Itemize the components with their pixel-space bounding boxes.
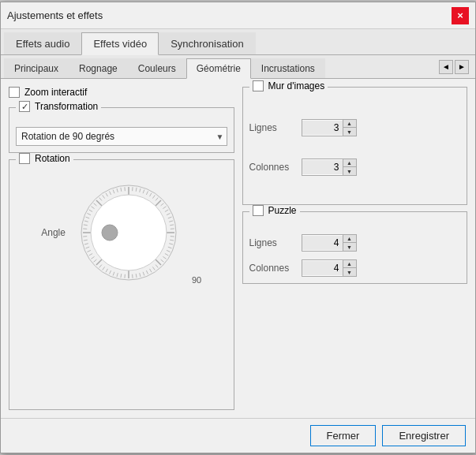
- svg-line-47: [91, 256, 94, 259]
- svg-line-58: [85, 217, 89, 218]
- puzzle-colonnes-value: 4: [302, 261, 343, 275]
- puzzle-colonnes-up-button[interactable]: ▲: [343, 260, 356, 268]
- wall-colonnes-label: Colonnes: [249, 162, 297, 173]
- puzzle-lignes-spinbox-buttons: ▲ ▼: [343, 235, 356, 251]
- puzzle-group-label: Puzzle: [249, 205, 300, 216]
- wall-checkbox[interactable]: [253, 80, 264, 91]
- puzzle-lignes-spinbox: 4 ▲ ▼: [302, 234, 357, 252]
- wall-colonnes-down-button[interactable]: ▼: [343, 167, 356, 175]
- tabs-row1: Effets audio Effets vidéo Synchronisatio…: [1, 29, 475, 55]
- svg-line-59: [87, 213, 91, 214]
- svg-line-11: [163, 207, 166, 209]
- zoom-checkbox-box[interactable]: [9, 87, 20, 98]
- title-bar: Ajustements et effets ×: [1, 2, 475, 29]
- tab-principaux[interactable]: Principaux: [4, 58, 69, 78]
- footer: Fermer Enregistrer: [1, 418, 475, 453]
- svg-line-13: [167, 213, 171, 214]
- svg-line-40: [113, 272, 114, 276]
- tab-couleurs[interactable]: Couleurs: [128, 58, 186, 78]
- svg-line-15: [169, 221, 173, 222]
- svg-line-68: [113, 189, 114, 193]
- wall-lignes-down-button[interactable]: ▼: [343, 128, 356, 136]
- dial-row: Angle: [41, 177, 201, 288]
- svg-line-60: [89, 210, 92, 212]
- window-title: Ajustements et effets: [7, 9, 103, 21]
- svg-line-21: [169, 244, 173, 244]
- rotation-checkbox[interactable]: [19, 153, 30, 164]
- tab-sync[interactable]: Synchronisation: [159, 32, 256, 54]
- dial-svg: [73, 177, 184, 288]
- wall-colonnes-row: Colonnes 3 ▲ ▼: [249, 159, 461, 176]
- right-panel: Mur d'images Lignes 3 ▲ ▼: [234, 87, 468, 410]
- svg-line-61: [91, 207, 94, 209]
- tab-next-button[interactable]: ►: [455, 60, 469, 74]
- svg-line-20: [170, 240, 174, 241]
- rotation-dial[interactable]: [73, 177, 184, 288]
- svg-line-24: [165, 254, 168, 256]
- wall-lignes-up-button[interactable]: ▲: [343, 120, 356, 128]
- svg-line-12: [165, 210, 168, 212]
- svg-line-10: [161, 203, 164, 206]
- zoom-interactif-checkbox[interactable]: Zoom interactif: [9, 87, 234, 98]
- save-button[interactable]: Enregistrer: [382, 425, 466, 446]
- transformation-group-label: Transformation: [16, 101, 101, 112]
- svg-point-74: [102, 225, 118, 241]
- svg-line-57: [84, 221, 88, 222]
- tab-rognage[interactable]: Rognage: [69, 58, 128, 78]
- tab-prev-button[interactable]: ◄: [439, 60, 453, 74]
- svg-line-69: [117, 188, 118, 192]
- svg-line-14: [168, 217, 172, 218]
- svg-line-8: [156, 198, 158, 201]
- svg-line-32: [143, 272, 144, 276]
- puzzle-colonnes-down-button[interactable]: ▼: [343, 268, 356, 276]
- svg-line-42: [106, 269, 108, 272]
- tab-incrustations[interactable]: Incrustations: [251, 58, 325, 78]
- puzzle-colonnes-spinbox-buttons: ▲ ▼: [343, 260, 356, 276]
- svg-line-43: [103, 267, 105, 270]
- svg-line-66: [106, 193, 108, 196]
- transformation-group: Transformation Rotation de 90 degrés Rot…: [9, 107, 234, 153]
- puzzle-lignes-value: 4: [302, 236, 343, 250]
- rotation-select-wrapper: Rotation de 90 degrés Rotation de 180 de…: [16, 127, 227, 146]
- svg-line-31: [146, 270, 148, 274]
- wall-group: Mur d'images Lignes 3 ▲ ▼: [242, 87, 468, 205]
- puzzle-lignes-down-button[interactable]: ▼: [343, 243, 356, 251]
- svg-line-62: [94, 203, 97, 206]
- puzzle-checkbox[interactable]: [253, 205, 264, 216]
- svg-line-28: [156, 265, 158, 268]
- svg-line-52: [84, 240, 88, 241]
- dropdown-area: Rotation de 90 degrés Rotation de 180 de…: [16, 127, 227, 146]
- svg-line-63: [96, 200, 102, 206]
- wall-lignes-label: Lignes: [249, 122, 297, 133]
- svg-line-29: [152, 267, 155, 270]
- close-button[interactable]: Fermer: [310, 425, 377, 446]
- content-area: Zoom interactif Transformation Rotation …: [1, 79, 475, 418]
- puzzle-colonnes-spinbox: 4 ▲ ▼: [302, 259, 357, 277]
- puzzle-lignes-up-button[interactable]: ▲: [343, 235, 356, 243]
- dial-container: Angle: [16, 170, 227, 296]
- svg-line-46: [94, 259, 97, 262]
- wall-settings: Lignes 3 ▲ ▼ Colonnes 3: [249, 119, 461, 176]
- svg-line-25: [163, 256, 166, 259]
- svg-line-48: [89, 254, 92, 256]
- tab-geometrie[interactable]: Géométrie: [186, 58, 251, 79]
- main-window: Ajustements et effets × Effets audio Eff…: [0, 2, 476, 453]
- rotation-select[interactable]: Rotation de 90 degrés Rotation de 180 de…: [16, 127, 227, 146]
- tab-video[interactable]: Effets vidéo: [81, 32, 159, 55]
- svg-line-23: [167, 250, 171, 252]
- tab-nav-buttons: ◄ ►: [439, 60, 469, 74]
- svg-line-70: [121, 188, 122, 192]
- tabs-row2: Principaux Rognage Couleurs Géométrie In…: [1, 55, 475, 79]
- close-window-button[interactable]: ×: [452, 7, 469, 24]
- svg-line-34: [136, 274, 137, 278]
- svg-line-49: [87, 250, 91, 252]
- svg-line-26: [161, 259, 164, 262]
- transformation-checkbox[interactable]: [19, 101, 30, 112]
- wall-colonnes-value: 3: [302, 160, 343, 174]
- wall-colonnes-spinbox-buttons: ▲ ▼: [343, 159, 356, 175]
- tab-audio[interactable]: Effets audio: [4, 32, 81, 54]
- wall-colonnes-up-button[interactable]: ▲: [343, 159, 356, 167]
- svg-line-16: [170, 225, 174, 226]
- svg-line-33: [140, 273, 141, 277]
- rotation-group: Rotation Angle: [9, 159, 234, 410]
